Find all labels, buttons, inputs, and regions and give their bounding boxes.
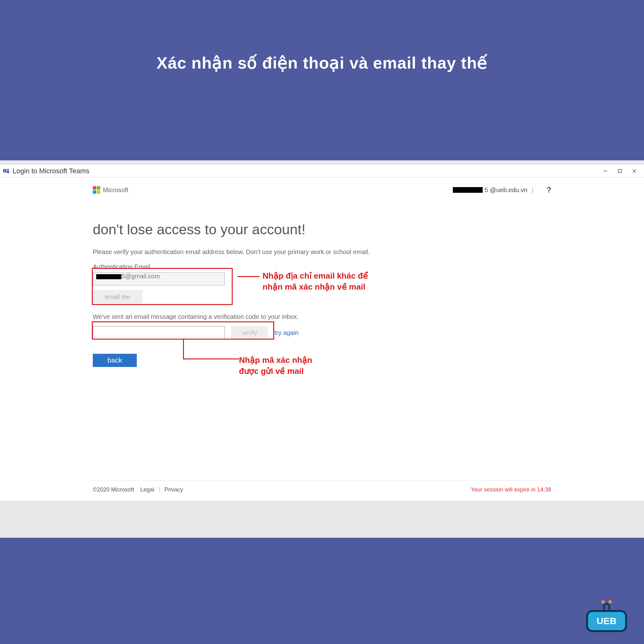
window-titlebar: T Login to Microsoft Teams — [0, 165, 644, 177]
ueb-badge: UEB — [586, 603, 627, 635]
page-footer: ©2020 Microsoft Legal | Privacy Your ses… — [93, 480, 551, 493]
ueb-badge-text: UEB — [597, 616, 616, 626]
callout-1: Nhập địa chỉ email khác để nhận mã xác n… — [237, 270, 368, 292]
svg-point-1 — [7, 169, 9, 170]
auth-email-label: Authentication Email — [93, 263, 551, 270]
slide-title: Xác nhận số điện thoại và email thay thế — [0, 53, 644, 72]
close-button[interactable] — [627, 165, 641, 177]
teams-icon: T — [3, 167, 10, 175]
back-button[interactable]: back — [93, 354, 137, 367]
callout-2-hline — [183, 358, 239, 359]
microsoft-logo-text: Microsoft — [103, 186, 128, 194]
callout-2: Nhập mã xác nhậnđược gửi về mail — [239, 355, 312, 377]
microsoft-logo-icon — [93, 186, 100, 194]
band-bottom — [0, 538, 644, 644]
copyright: ©2020 Microsoft — [93, 486, 134, 493]
email-me-button[interactable]: email me — [93, 290, 142, 304]
microsoft-logo: Microsoft — [93, 186, 128, 194]
privacy-link[interactable]: Privacy — [164, 486, 183, 493]
help-icon[interactable]: ? — [547, 186, 551, 194]
sent-message: We've sent an email message containing a… — [93, 313, 551, 320]
auth-email-input[interactable]: 5@gmail.com — [93, 272, 225, 286]
footer-divider: | — [158, 486, 160, 493]
svg-text:T: T — [4, 169, 6, 172]
maximize-button[interactable] — [613, 165, 627, 177]
app-window: T Login to Microsoft Teams Microsoft 5@u… — [0, 165, 644, 501]
window-title: Login to Microsoft Teams — [13, 167, 89, 175]
minimize-button[interactable] — [598, 165, 613, 177]
user-email: 5@ueb.edu.vn | ? — [453, 186, 551, 194]
band-top — [0, 0, 644, 160]
verify-button[interactable]: verify — [231, 326, 268, 339]
try-again-link[interactable]: try again — [275, 329, 299, 336]
page-headline: don't lose access to your account! — [93, 221, 551, 238]
session-expiry: Your session will expire in 14:38 — [471, 486, 551, 493]
instruction-text: Please verify your authentication email … — [93, 248, 551, 256]
legal-link[interactable]: Legal — [140, 486, 154, 493]
callout-2-connector — [183, 340, 184, 359]
svg-rect-2 — [7, 171, 9, 173]
redaction-bar — [453, 187, 483, 193]
svg-rect-5 — [618, 169, 621, 173]
verification-code-input[interactable] — [93, 326, 225, 339]
